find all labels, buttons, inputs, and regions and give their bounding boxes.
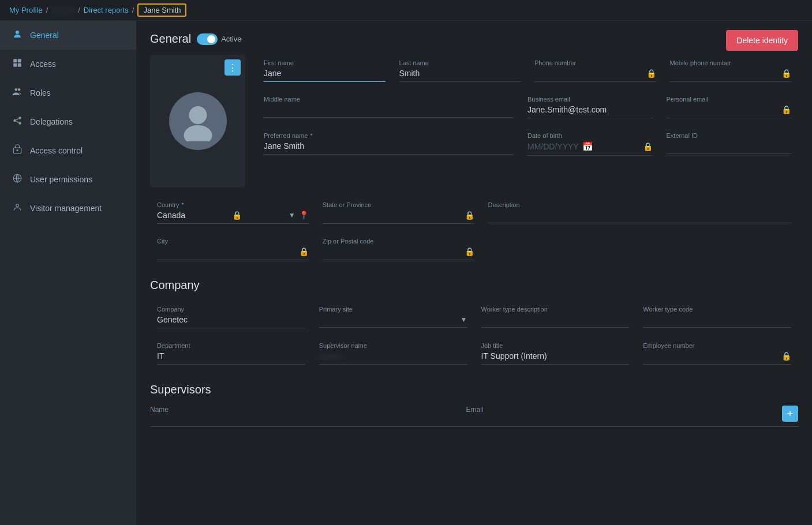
- delete-identity-button[interactable]: Delete identity: [726, 30, 798, 51]
- zip-lock-icon: 🔒: [465, 247, 474, 256]
- sidebar-visitor-management-label: Visitor management: [30, 204, 102, 213]
- svg-line-11: [16, 121, 19, 122]
- personal-email-field: Personal email 🔒: [660, 91, 799, 123]
- svg-point-16: [16, 204, 19, 207]
- row-company: Company Genetec Primary site ▼ Worker ty…: [150, 301, 798, 333]
- row-department: Department IT Supervisor name ··········…: [150, 337, 798, 369]
- zip-field: Zip or Postal code 🔒: [316, 233, 481, 265]
- phone-field: Phone number 🔒: [527, 55, 663, 87]
- dob-placeholder: MM/DD/YYYY: [527, 142, 579, 151]
- row-middle-email: Middle name Business email Jane.Smith@te…: [257, 91, 798, 123]
- svg-rect-1: [13, 59, 17, 62]
- country-lock-icon: 🔒: [232, 211, 242, 220]
- sidebar-item-user-permissions[interactable]: User permissions: [0, 165, 136, 194]
- department-value: IT: [157, 351, 164, 361]
- supervisors-section-title: Supervisors: [150, 383, 798, 396]
- svg-point-5: [15, 88, 18, 91]
- sidebar-item-roles[interactable]: Roles: [0, 78, 136, 107]
- user-permissions-icon: [12, 173, 23, 186]
- svg-point-17: [189, 106, 207, 124]
- phone-lock-icon: 🔒: [646, 69, 656, 78]
- description-field: Description: [481, 197, 799, 228]
- location-pin-icon: 📍: [299, 211, 309, 220]
- sidebar-item-visitor-management[interactable]: Visitor management: [0, 194, 136, 223]
- roles-icon: [12, 87, 23, 99]
- worker-type-code-field: Worker type code: [636, 301, 798, 333]
- general-section-header: General Active: [150, 32, 798, 46]
- worker-type-desc-field: Worker type description: [474, 301, 637, 333]
- sidebar-user-permissions-label: User permissions: [30, 175, 92, 184]
- sidebar-item-general[interactable]: General: [0, 21, 136, 50]
- company-value: Genetec: [157, 315, 188, 324]
- svg-rect-3: [13, 63, 17, 67]
- supervisors-table-header: Name Email +: [150, 406, 798, 427]
- delegations-icon: [12, 115, 23, 128]
- row-preferred-dob: Preferred name * Jane Smith Date of birt…: [257, 127, 798, 160]
- department-field: Department IT: [150, 337, 312, 369]
- sidebar-delegations-label: Delegations: [30, 117, 73, 126]
- preferred-name-field: Preferred name * Jane Smith: [257, 127, 521, 160]
- employee-number-field: Employee number 🔒: [636, 337, 798, 369]
- sidebar-access-label: Access: [30, 59, 56, 69]
- city-field: City 🔒: [150, 233, 316, 265]
- svg-rect-2: [18, 59, 21, 62]
- state-lock-icon: 🔒: [465, 211, 474, 220]
- dob-lock-icon: 🔒: [643, 142, 653, 151]
- first-name-input[interactable]: [264, 69, 386, 78]
- state-field: State or Province 🔒: [316, 197, 481, 228]
- business-email-field: Business email Jane.Smith@test.com: [521, 91, 660, 123]
- active-toggle[interactable]: Active: [197, 33, 241, 45]
- svg-point-0: [16, 31, 19, 34]
- access-control-icon: [12, 144, 23, 157]
- direct-reports-link[interactable]: Direct reports: [84, 6, 129, 14]
- add-supervisor-button[interactable]: +: [782, 406, 798, 422]
- mobile-phone-field: Mobile phone number 🔒: [663, 55, 799, 87]
- svg-point-6: [18, 88, 21, 91]
- sidebar-item-access-control[interactable]: Access control: [0, 136, 136, 165]
- blurred-link[interactable]: ···········: [51, 6, 74, 14]
- first-name-field: First name: [257, 55, 392, 87]
- supervisor-value: ··········: [319, 351, 342, 361]
- city-lock-icon: 🔒: [299, 247, 309, 256]
- breadcrumb: My Profile / ··········· / Direct report…: [0, 0, 812, 21]
- name-column-header: Name: [150, 406, 466, 422]
- last-name-value: Smith: [399, 69, 420, 78]
- row-name-phone: First name Last name Smith Phone number: [257, 55, 798, 87]
- company-field: Company Genetec: [150, 301, 312, 333]
- my-profile-link[interactable]: My Profile: [9, 6, 43, 14]
- sidebar-general-label: General: [30, 31, 59, 40]
- row-country-state: Country * Canada 🔒 ▼ 📍 State or Province…: [150, 197, 798, 228]
- access-icon: [12, 58, 23, 70]
- visitor-management-icon: [12, 202, 23, 215]
- avatar-menu-button[interactable]: ⋮: [224, 59, 241, 76]
- svg-point-13: [17, 149, 18, 151]
- sidebar-access-control-label: Access control: [30, 146, 83, 155]
- job-title-value: IT Support (Intern): [481, 351, 547, 361]
- email-column-header: Email: [466, 406, 783, 422]
- external-id-field: External ID: [660, 127, 799, 160]
- last-name-field: Last name Smith: [392, 55, 528, 87]
- sidebar-roles-label: Roles: [30, 88, 51, 97]
- preferred-name-value: Jane Smith: [264, 141, 304, 151]
- svg-point-7: [13, 119, 16, 122]
- country-value: Canada: [157, 211, 185, 220]
- job-title-field: Job title IT Support (Intern): [474, 337, 637, 369]
- current-page: Jane Smith: [137, 3, 186, 17]
- avatar: [169, 92, 227, 150]
- middle-name-field: Middle name: [257, 91, 521, 123]
- calendar-icon[interactable]: 📅: [582, 141, 593, 152]
- primary-site-dropdown-icon[interactable]: ▼: [461, 316, 467, 324]
- sidebar-item-access[interactable]: Access: [0, 50, 136, 78]
- svg-line-10: [16, 119, 19, 120]
- active-label: Active: [221, 35, 241, 43]
- avatar-card: ⋮: [150, 55, 245, 187]
- primary-site-field: Primary site ▼: [312, 301, 474, 333]
- svg-point-9: [18, 122, 21, 125]
- main-content: Delete identity General Active ⋮: [136, 21, 812, 525]
- country-dropdown-icon[interactable]: ▼: [289, 211, 295, 219]
- sidebar-item-delegations[interactable]: Delegations: [0, 107, 136, 136]
- company-section-title: Company: [150, 279, 798, 292]
- svg-point-8: [18, 117, 21, 119]
- person-icon: [12, 29, 23, 42]
- toggle-switch[interactable]: [197, 33, 218, 45]
